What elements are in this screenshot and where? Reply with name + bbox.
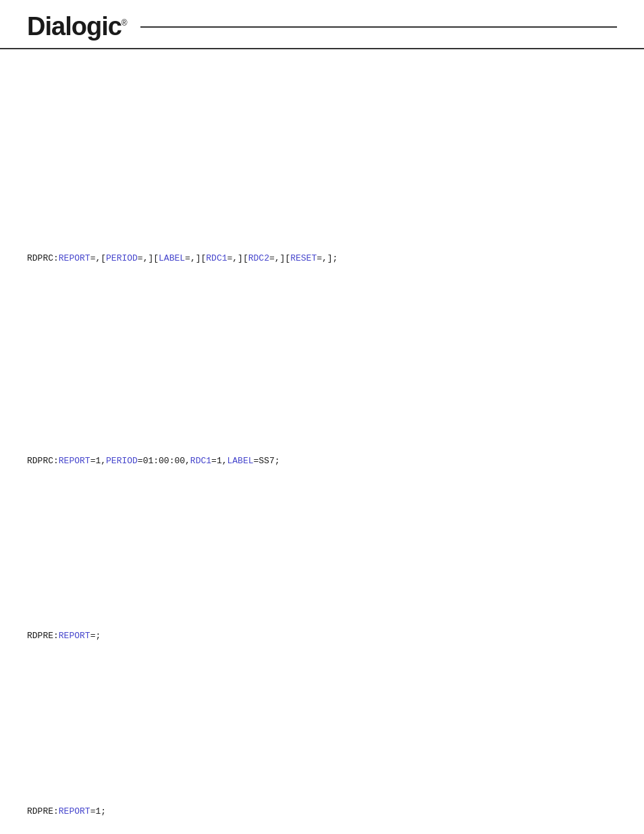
- code-block-4: RDPRE:REPORT=1;: [27, 805, 617, 818]
- keyword-report-1: REPORT: [59, 253, 90, 263]
- spacer-1: [27, 76, 617, 252]
- keyword-label-2: LABEL: [227, 456, 253, 466]
- keyword-rdc1-1: RDC1: [206, 253, 227, 263]
- code-part-1a: =,[: [90, 253, 106, 263]
- code-block-1: RDPRC:REPORT=,[PERIOD=,][LABEL=,][RDC1=,…: [27, 252, 617, 265]
- code-part-1c: =,][: [185, 253, 206, 263]
- keyword-rdc1-2: RDC1: [190, 456, 211, 466]
- keyword-report-2: REPORT: [59, 456, 90, 466]
- logo: Dialogic®: [27, 12, 127, 41]
- code-block-2: RDPRC:REPORT=1,PERIOD=01:00:00,RDC1=1,LA…: [27, 454, 617, 468]
- header: Dialogic®: [0, 0, 644, 49]
- code-part-1b: =,][: [138, 253, 159, 263]
- code-prefix-2: RDPRC:: [27, 456, 59, 466]
- code-part-3a: =;: [90, 631, 101, 641]
- code-part-2c: =1,: [211, 456, 227, 466]
- keyword-report-4: REPORT: [59, 806, 90, 816]
- spacer-2: [27, 292, 617, 454]
- header-line: [140, 26, 617, 28]
- content: RDPRC:REPORT=,[PERIOD=,][LABEL=,][RDC1=,…: [0, 49, 644, 834]
- keyword-period-1: PERIOD: [106, 253, 138, 263]
- code-prefix-4: RDPRE:: [27, 806, 59, 816]
- code-part-2d: =SS7;: [254, 456, 280, 466]
- keyword-reset-1: RESET: [290, 253, 317, 263]
- code-part-2a: =1,: [90, 456, 106, 466]
- keyword-label-1: LABEL: [159, 253, 185, 263]
- page: Dialogic® RDPRC:REPORT=,[PERIOD=,][LABEL…: [0, 0, 644, 834]
- code-prefix-3: RDPRE:: [27, 631, 59, 641]
- code-part-1f: =,];: [317, 253, 338, 263]
- spacer-4: [27, 670, 617, 805]
- code-part-4a: =1;: [90, 806, 106, 816]
- keyword-rdc2-1: RDC2: [248, 253, 269, 263]
- code-part-2b: =01:00:00,: [138, 456, 190, 466]
- keyword-period-2: PERIOD: [106, 456, 138, 466]
- code-part-1d: =,][: [227, 253, 248, 263]
- code-prefix-1: RDPRC:: [27, 253, 59, 263]
- code-part-1e: =,][: [269, 253, 290, 263]
- code-block-3: RDPRE:REPORT=;: [27, 629, 617, 643]
- keyword-report-3: REPORT: [59, 631, 90, 641]
- spacer-3: [27, 494, 617, 629]
